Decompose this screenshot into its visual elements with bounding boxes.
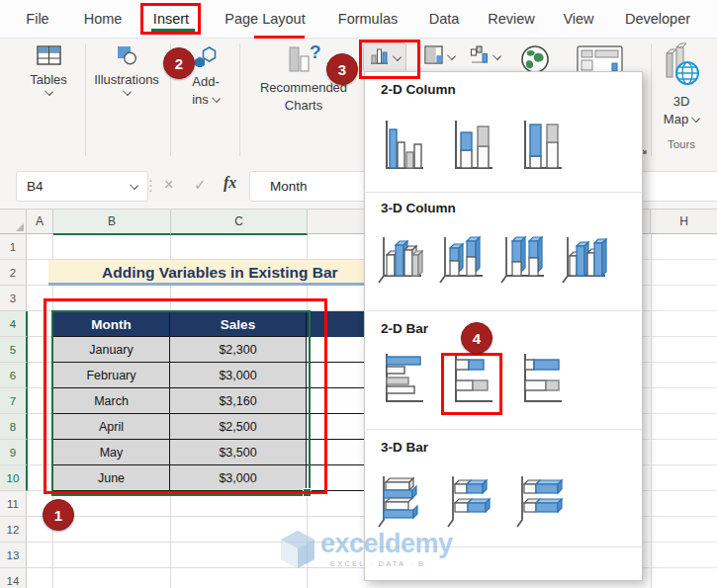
cell-sales[interactable]: $3,000 — [170, 465, 307, 491]
sheet-title: Adding Variables in Existing Bar — [48, 260, 364, 286]
tab-developer[interactable]: Developer — [615, 0, 700, 38]
table-header-month[interactable]: Month — [52, 311, 170, 337]
cancel-icon[interactable]: × — [164, 176, 173, 194]
table-header-extension — [307, 311, 364, 338]
illustrations-button[interactable]: Illustrations — [93, 45, 160, 95]
tab-review[interactable]: Review — [481, 0, 542, 38]
annotation-line — [254, 36, 305, 39]
name-box[interactable]: B4 — [16, 171, 148, 202]
insert-column-chart-button[interactable] — [363, 42, 406, 73]
data-table[interactable]: Month Sales January $2,300 February $3,0… — [52, 311, 307, 491]
row-header-11[interactable]: 11 — [0, 491, 27, 517]
row-header-4[interactable]: 4 — [0, 311, 28, 337]
table-icon — [37, 45, 61, 69]
ribbon-tab-bar: File Home Insert Page Layout Formulas Da… — [0, 0, 717, 39]
column-header-b[interactable]: B — [53, 210, 171, 235]
row-header-3[interactable]: 3 — [0, 286, 27, 311]
tables-button[interactable]: Tables — [18, 45, 79, 95]
tab-formulas[interactable]: Formulas — [332, 0, 403, 38]
select-all-corner[interactable] — [0, 210, 27, 234]
addins-label-line2: ins — [192, 92, 209, 107]
tab-data[interactable]: Data — [419, 0, 469, 38]
cell-month[interactable]: January — [52, 337, 170, 363]
clustered-column-option[interactable] — [376, 111, 431, 180]
row-header-1[interactable]: 1 — [0, 234, 27, 260]
tab-home[interactable]: Home — [77, 0, 129, 38]
cell-month[interactable]: June — [52, 465, 170, 491]
3d-clustered-bar-option[interactable] — [372, 463, 431, 539]
table-row: March $3,160 — [52, 388, 307, 414]
row-header-6[interactable]: 6 — [0, 363, 28, 388]
3d-map-button[interactable]: 3D Map — [655, 42, 708, 126]
3d-column-option[interactable] — [556, 222, 613, 294]
step-badge-1: 1 — [43, 499, 74, 531]
column-header-g[interactable] — [643, 210, 651, 234]
insert-hierarchy-chart-button[interactable] — [419, 42, 460, 71]
tab-file[interactable]: File — [18, 0, 57, 38]
stacked-bar-option[interactable] — [445, 345, 500, 412]
row-header-5[interactable]: 5 — [0, 337, 28, 363]
row-header-7[interactable]: 7 — [0, 388, 28, 414]
section-label-2d-column: 2-D Column — [381, 82, 456, 97]
column-header-c[interactable]: C — [171, 210, 308, 235]
3d-100-stacked-bar-option[interactable] — [510, 463, 570, 539]
3d-stacked-bar-option[interactable] — [441, 463, 500, 539]
gridline — [651, 234, 652, 588]
insert-waterfall-chart-button[interactable] — [465, 42, 505, 71]
chevron-down-icon — [123, 87, 132, 96]
clustered-bar-option[interactable] — [376, 345, 431, 412]
formula-value: Month — [270, 179, 308, 194]
cell-sales[interactable]: $3,160 — [170, 388, 307, 414]
tab-page-layout[interactable]: Page Layout — [216, 0, 314, 38]
chevron-down-icon — [130, 181, 138, 190]
chart-type-dropdown: 2-D Column 3-D Column 2-D Bar — [364, 71, 643, 581]
cell-sales[interactable]: $2,300 — [170, 337, 307, 363]
table-header-row: Month Sales — [52, 311, 307, 337]
cell-month[interactable]: April — [52, 414, 170, 440]
cell-month[interactable]: May — [52, 440, 170, 465]
cell-month[interactable]: February — [52, 363, 170, 388]
cell-sales[interactable]: $2,500 — [170, 414, 307, 440]
step-badge-2: 2 — [163, 47, 195, 79]
cell-sales[interactable]: $3,500 — [170, 440, 307, 465]
row-header-14[interactable]: 14 — [0, 568, 27, 588]
chevron-down-icon — [212, 94, 221, 103]
insert-function-icon[interactable]: fx — [224, 174, 236, 192]
resize-dots-icon[interactable]: ⋮ — [143, 177, 158, 195]
enter-icon[interactable]: ✓ — [194, 176, 207, 194]
recommended-charts-label-line2: Charts — [285, 98, 322, 113]
fill-handle[interactable] — [303, 488, 312, 497]
bordered-empty-cells[interactable] — [307, 337, 364, 491]
row-header-13[interactable]: 13 — [0, 543, 27, 568]
3d-clustered-column-option[interactable] — [372, 222, 429, 294]
cell-month[interactable]: March — [52, 388, 170, 414]
hierarchy-chart-icon — [424, 45, 443, 68]
column-header-a[interactable]: A — [27, 210, 53, 234]
100-stacked-bar-option[interactable] — [514, 345, 570, 412]
select-all-triangle — [16, 223, 24, 231]
row-header-9[interactable]: 9 — [0, 440, 28, 465]
tables-label: Tables — [30, 72, 67, 87]
chevron-down-icon — [45, 87, 53, 96]
100-stacked-column-option[interactable] — [514, 111, 570, 180]
stacked-column-option[interactable] — [445, 111, 500, 180]
column-header-h[interactable]: H — [651, 210, 717, 234]
step-badge-4: 4 — [461, 322, 493, 354]
table-header-sales[interactable]: Sales — [170, 311, 307, 337]
addins-icon — [194, 45, 218, 71]
row-header-10[interactable]: 10 — [0, 465, 28, 491]
cell-sales[interactable]: $3,000 — [170, 363, 307, 388]
3d-map-icon — [663, 42, 700, 91]
3d-stacked-column-option[interactable] — [433, 222, 491, 294]
chevron-down-icon — [393, 52, 402, 61]
tab-view[interactable]: View — [554, 0, 603, 38]
row-header-12[interactable]: 12 — [0, 517, 27, 543]
row-header-8[interactable]: 8 — [0, 414, 28, 440]
group-separator — [239, 43, 240, 156]
column-header-d[interactable] — [308, 210, 365, 234]
step-badge-3: 3 — [326, 53, 358, 85]
3d-map-label-line1: 3D — [673, 94, 690, 109]
row-header-2[interactable]: 2 — [0, 260, 27, 286]
menu-separator — [366, 546, 641, 547]
3d-100-stacked-column-option[interactable] — [494, 222, 552, 294]
